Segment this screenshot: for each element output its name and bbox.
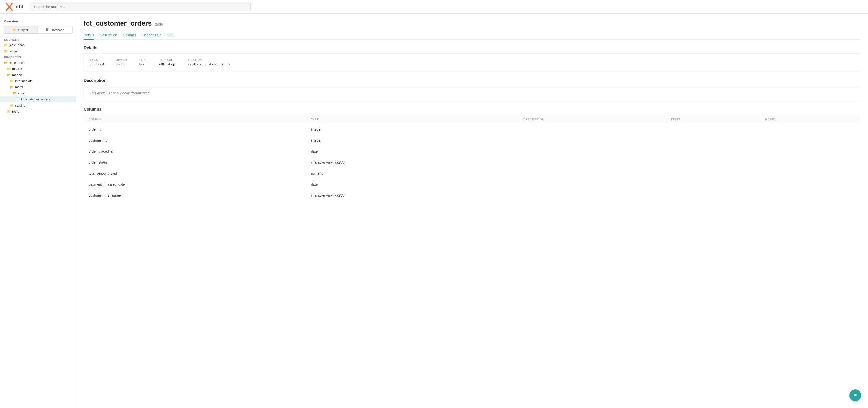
- sidebar-item-jaffle_shop-source[interactable]: 📁 jaffle_shop: [0, 42, 75, 48]
- details-grid: TAGS untagged OWNER docker TYPE table PA…: [90, 58, 854, 66]
- sidebar-item-marts[interactable]: 📂 marts: [0, 84, 75, 90]
- tabs: Details Description Columns Depends On S…: [84, 31, 860, 40]
- sidebar-item-label: macros: [12, 67, 23, 71]
- sidebar-item-label: models: [12, 73, 23, 77]
- cell-column-name: total_amount_paid: [84, 168, 306, 179]
- search-input[interactable]: [31, 3, 251, 11]
- cell-column-name: customer_id: [84, 135, 306, 146]
- description-section: Description This model is not currently …: [84, 78, 860, 100]
- folder-icon: 📁: [7, 110, 11, 113]
- table-row: payment_finalized_date date: [84, 179, 860, 190]
- sidebar-item-intermediate[interactable]: 📁 intermediate: [0, 78, 75, 84]
- sidebar-item-core[interactable]: 📂 core: [0, 90, 75, 96]
- page-title-row: fct_customer_orders table: [84, 20, 860, 27]
- cell-type: integer: [306, 135, 519, 146]
- cell-column-name: customer_first_name: [84, 190, 306, 201]
- col-header-column: COLUMN: [84, 115, 306, 124]
- details-section: Details TAGS untagged OWNER docker TYPE …: [84, 45, 860, 71]
- description-card: This model is not currently documented: [84, 86, 860, 100]
- sources-label: Sources: [0, 37, 75, 42]
- toggle-database-label: Database: [51, 28, 64, 32]
- folder-open-icon: 📂: [7, 73, 11, 77]
- cell-type: numeric: [306, 168, 519, 179]
- table-row: order_placed_at date: [84, 146, 860, 157]
- columns-table-head: COLUMN TYPE DESCRIPTION TESTS MORE?: [84, 115, 860, 124]
- tab-depends-on[interactable]: Depends On: [142, 31, 162, 40]
- detail-relation-value: raw.dev.fct_customer_orders: [187, 62, 230, 66]
- main-layout: Overview 📁 Project 🗄 Database Sources 📁 …: [0, 14, 868, 408]
- cell-tests: [666, 157, 760, 168]
- col-header-description: DESCRIPTION: [519, 115, 666, 124]
- toggle-project-btn[interactable]: 📁 Project: [3, 26, 38, 33]
- cell-tests: [666, 146, 760, 157]
- columns-header-row: COLUMN TYPE DESCRIPTION TESTS MORE?: [84, 115, 860, 124]
- cell-description: [519, 135, 666, 146]
- cell-description: [519, 168, 666, 179]
- sidebar-item-macros[interactable]: 📁 macros: [0, 66, 75, 72]
- detail-tags: TAGS untagged: [90, 58, 104, 66]
- sidebar-item-label: core: [18, 91, 24, 95]
- cell-description: [519, 146, 666, 157]
- table-row: total_amount_paid numeric: [84, 168, 860, 179]
- columns-table: COLUMN TYPE DESCRIPTION TESTS MORE? orde…: [84, 115, 860, 201]
- cell-more: [760, 190, 860, 201]
- detail-owner-label: OWNER: [116, 58, 127, 61]
- sidebar-item-tests[interactable]: 📁 tests: [0, 108, 75, 114]
- topbar: dbt: [0, 0, 868, 14]
- sidebar-item-stripe-source[interactable]: 📁 stripe: [0, 48, 75, 54]
- sidebar-item-jaffle_shop[interactable]: 📂 jaffle_shop: [0, 60, 75, 66]
- cell-type: date: [306, 179, 519, 190]
- folder-icon: 📁: [10, 79, 14, 83]
- sidebar-item-label: marts: [15, 85, 23, 89]
- folder-icon: 📁: [4, 49, 8, 53]
- fab-button[interactable]: ≡: [849, 389, 861, 401]
- folder-open-icon: 📂: [10, 85, 14, 89]
- cell-more: [760, 146, 860, 157]
- details-section-title: Details: [84, 45, 860, 50]
- cell-tests: [666, 168, 760, 179]
- folder-open-icon: 📂: [4, 61, 8, 65]
- col-header-tests: TESTS: [666, 115, 760, 124]
- logo: dbt: [5, 2, 23, 11]
- sidebar-item-fct_customer_orders[interactable]: 📄 fct_customer_orders: [0, 96, 75, 102]
- page-title: fct_customer_orders: [84, 20, 152, 27]
- projects-label: Projects: [0, 54, 75, 60]
- sidebar-item-label: intermediate: [15, 79, 33, 83]
- description-section-title: Description: [84, 78, 860, 83]
- cell-type: integer: [306, 124, 519, 135]
- detail-owner: OWNER docker: [116, 58, 127, 66]
- cell-more: [760, 157, 860, 168]
- cell-type: character varying(255): [306, 157, 519, 168]
- sidebar-item-label: jaffle_shop: [9, 43, 25, 47]
- cell-tests: [666, 124, 760, 135]
- folder-icon: 📁: [10, 104, 14, 107]
- toggle-database-btn[interactable]: 🗄 Database: [38, 26, 72, 33]
- cell-type: date: [306, 146, 519, 157]
- sidebar-item-staging[interactable]: 📁 staging: [0, 102, 75, 108]
- detail-relation: RELATION raw.dev.fct_customer_orders: [187, 58, 230, 66]
- detail-type-value: table: [139, 62, 147, 66]
- tab-description[interactable]: Description: [100, 31, 117, 40]
- sidebar-item-label: staging: [15, 104, 25, 107]
- sidebar-item-label: tests: [12, 110, 19, 113]
- detail-type: TYPE table: [139, 58, 147, 66]
- folder-icon: 📁: [4, 43, 8, 47]
- cell-more: [760, 135, 860, 146]
- tab-details[interactable]: Details: [84, 31, 94, 40]
- cell-column-name: order_placed_at: [84, 146, 306, 157]
- table-row: order_status character varying(255): [84, 157, 860, 168]
- detail-type-label: TYPE: [139, 58, 147, 61]
- tab-sql[interactable]: SQL: [167, 31, 174, 40]
- toggle-project-label: Project: [18, 28, 28, 32]
- detail-package-value: jaffle_shop: [158, 62, 175, 66]
- detail-package: PACKAGE jaffle_shop: [158, 58, 175, 66]
- sidebar-item-models[interactable]: 📂 models: [0, 72, 75, 78]
- columns-section-title: Columns: [84, 107, 860, 112]
- cell-tests: [666, 179, 760, 190]
- table-row: customer_first_name character varying(25…: [84, 190, 860, 201]
- description-text: This model is not currently documented: [90, 91, 149, 95]
- tab-columns[interactable]: Columns: [123, 31, 136, 40]
- col-header-more: MORE?: [760, 115, 860, 124]
- cell-more: [760, 124, 860, 135]
- sidebar-item-label: fct_customer_orders: [21, 98, 50, 101]
